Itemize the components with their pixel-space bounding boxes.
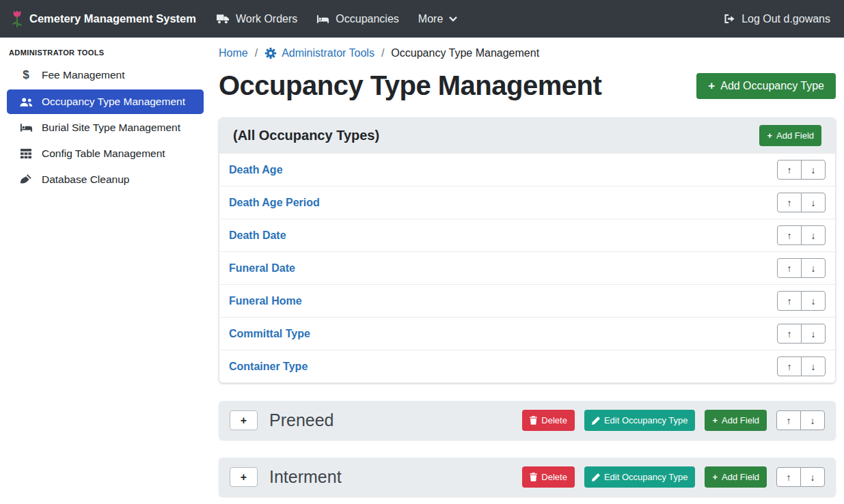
nav-item-occupancies[interactable]: Occupancies <box>316 13 399 25</box>
broom-icon <box>18 173 33 186</box>
edit-occupancy-type-button[interactable]: Edit Occupancy Type <box>584 466 696 488</box>
trash-icon <box>530 416 537 425</box>
move-down-button[interactable] <box>801 225 826 245</box>
table-icon <box>18 148 33 159</box>
breadcrumb-administrator-tools-link[interactable]: Administrator Tools <box>264 47 375 59</box>
users-icon <box>18 97 33 107</box>
section-title: Preneed <box>269 410 334 430</box>
sidebar-item-occupancy-type-management[interactable]: Occupancy Type Management <box>7 89 204 114</box>
arrow-down-icon <box>811 230 816 241</box>
reorder-button-group <box>777 324 826 344</box>
move-down-button[interactable] <box>801 356 826 376</box>
field-link[interactable]: Funeral Home <box>229 295 302 307</box>
field-link[interactable]: Funeral Date <box>229 262 295 275</box>
sidebar-header: Administrator Tools <box>9 48 210 57</box>
nav-item-work-orders[interactable]: Work Orders <box>217 13 297 25</box>
move-down-button[interactable] <box>801 258 826 278</box>
reorder-button-group <box>777 193 826 212</box>
bed-icon <box>316 14 329 24</box>
main-content: Home / Administr <box>210 38 844 504</box>
sidebar-item-burial-site-type-management[interactable]: Burial Site Type Management <box>7 115 204 140</box>
sidebar-item-label: Database Cleanup <box>42 173 129 186</box>
move-up-button[interactable] <box>777 160 802 180</box>
sidebar-item-fee-management[interactable]: Fee Management <box>7 62 204 88</box>
delete-button[interactable]: Delete <box>522 410 575 431</box>
breadcrumb-current-page: Occupancy Type Management <box>391 47 539 59</box>
arrow-down-icon <box>811 296 816 307</box>
title-row: Occupancy Type Management Add Occupancy … <box>219 70 836 101</box>
sidebar-item-config-table-management[interactable]: Config Table Management <box>7 141 204 166</box>
move-up-button[interactable] <box>777 356 802 376</box>
top-navbar: Cemetery Management System Work Orders O… <box>0 0 844 38</box>
chevron-down-icon <box>449 16 457 22</box>
move-up-button[interactable] <box>776 467 801 487</box>
field-link[interactable]: Death Age <box>229 164 283 176</box>
plus-icon <box>712 472 718 482</box>
logout-label: Log Out d.gowans <box>741 13 830 25</box>
bed-icon <box>18 123 33 132</box>
arrow-down-icon <box>811 472 815 483</box>
trash-icon <box>530 473 537 481</box>
sidebar-item-label: Fee Management <box>42 69 125 81</box>
reorder-button-group <box>777 356 826 376</box>
nav-item-label: Occupancies <box>336 13 399 25</box>
nav-item-label: Work Orders <box>236 13 297 25</box>
card-title: (All Occupancy Types) <box>233 128 379 143</box>
arrow-down-icon <box>811 165 816 176</box>
breadcrumb-home-link[interactable]: Home <box>219 47 248 59</box>
occupancy-type-section-preneed: Preneed Delete Edit <box>219 401 836 440</box>
add-field-button[interactable]: Add Field <box>705 466 767 488</box>
move-up-button[interactable] <box>777 291 802 311</box>
move-down-button[interactable] <box>801 193 826 212</box>
field-link[interactable]: Death Date <box>229 229 286 242</box>
arrow-up-icon <box>787 263 792 274</box>
add-field-button[interactable]: Add Field <box>705 410 767 431</box>
nav-item-more[interactable]: More <box>418 13 457 25</box>
sidebar: Administrator Tools Fee Management Occup… <box>0 38 210 504</box>
section-actions: Delete Edit Occupancy Type Add Field <box>522 466 825 488</box>
breadcrumb-separator: / <box>255 47 258 59</box>
move-down-button[interactable] <box>800 467 825 487</box>
brand-label: Cemetery Management System <box>29 12 196 25</box>
all-occupancy-types-header: (All Occupancy Types) Add Field <box>219 118 835 153</box>
pencil-icon <box>592 417 600 425</box>
field-link[interactable]: Death Age Period <box>229 197 320 209</box>
reorder-button-group <box>776 410 825 430</box>
arrow-up-icon <box>787 361 792 372</box>
sidebar-item-label: Occupancy Type Management <box>42 96 185 108</box>
delete-button[interactable]: Delete <box>522 466 575 488</box>
move-up-button[interactable] <box>777 193 802 212</box>
sidebar-item-database-cleanup[interactable]: Database Cleanup <box>7 167 204 192</box>
logout-button[interactable]: Log Out d.gowans <box>724 13 830 25</box>
reorder-button-group <box>777 258 826 278</box>
move-down-button[interactable] <box>800 410 825 430</box>
move-up-button[interactable] <box>776 410 801 430</box>
edit-occupancy-type-button[interactable]: Edit Occupancy Type <box>584 410 696 431</box>
expand-button[interactable] <box>230 467 258 487</box>
reorder-button-group <box>777 225 826 245</box>
move-up-button[interactable] <box>777 324 802 344</box>
sidebar-item-label: Config Table Management <box>42 148 165 160</box>
field-row: Container Type <box>219 350 835 382</box>
brand[interactable]: Cemetery Management System <box>11 10 196 28</box>
field-row: Death Age <box>219 153 835 186</box>
add-occupancy-type-button[interactable]: Add Occupancy Type <box>696 73 836 99</box>
section-title: Interment <box>269 467 342 487</box>
arrow-up-icon <box>787 415 791 426</box>
move-up-button[interactable] <box>777 225 802 245</box>
move-down-button[interactable] <box>801 160 826 180</box>
expand-button[interactable] <box>230 410 258 430</box>
add-field-button[interactable]: Add Field <box>759 125 821 146</box>
arrow-up-icon <box>787 328 792 339</box>
move-down-button[interactable] <box>801 324 826 344</box>
plus-icon <box>241 415 247 427</box>
gear-icon <box>264 47 277 59</box>
move-down-button[interactable] <box>801 291 826 311</box>
page-title: Occupancy Type Management <box>219 70 601 101</box>
plus-icon <box>241 471 247 484</box>
move-up-button[interactable] <box>777 258 802 278</box>
field-link[interactable]: Container Type <box>229 361 308 373</box>
all-occupancy-types-card: (All Occupancy Types) Add Field Death Ag… <box>219 117 836 383</box>
field-row: Death Age Period <box>219 186 835 219</box>
field-link[interactable]: Committal Type <box>229 328 310 340</box>
